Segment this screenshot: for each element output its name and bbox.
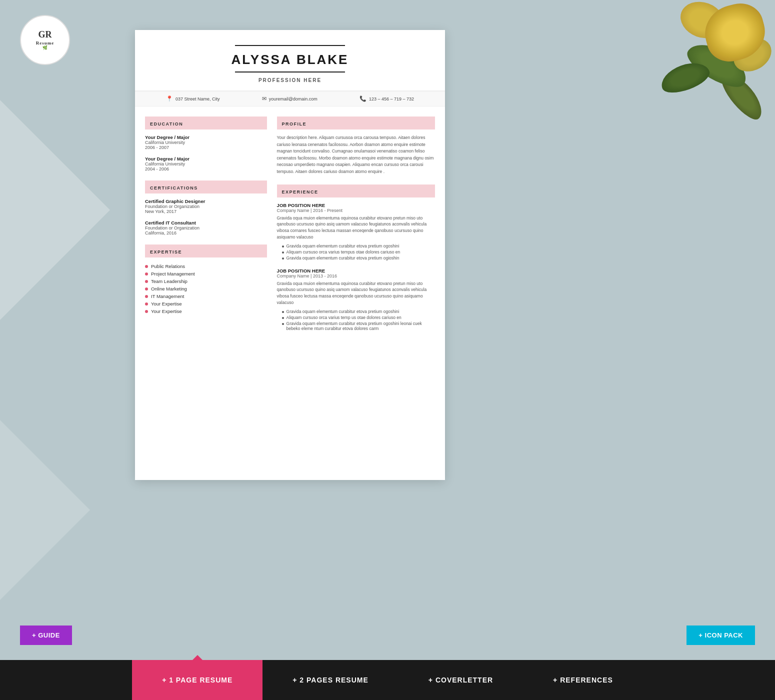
header-line-bottom [235,72,345,72]
bullet-7 [145,310,148,313]
edu-school-1: California University [145,140,267,145]
exp-company-1: Company Name | 2016 - Present [277,208,435,213]
expertise-item-3: Team Leadership [145,278,267,285]
resume-profession: PROFESSION HERE [155,78,425,83]
bullet-1 [145,265,148,268]
bg-decoration-bottom [0,420,90,600]
bottom-nav: + 1 PAGE RESUME + 2 PAGES RESUME + COVER… [0,660,775,700]
exp-bullet-2-1: Gravida oquam elementum curabitur etova … [282,308,435,314]
profile-text: Your description here. Aliquam cursusoa … [277,134,435,176]
resume-card: ALYSSA BLAKE PROFESSION HERE 📍 037 Stree… [135,30,445,480]
contact-phone: 📞 123 – 456 – 719 – 732 [360,96,414,102]
exp-bullets-2: Gravida oquam elementum curabitur etova … [277,308,435,332]
nav-tab-references[interactable]: + REFERENCES [523,660,643,700]
small-bullet [282,252,284,254]
contact-bar: 📍 037 Street Name, City ✉ youremail@doma… [135,91,445,106]
expertise-list: Public Relations Project Management Team… [145,262,267,315]
bullet-6 [145,302,148,306]
education-section: EDUCATION Your Degree / Major California… [145,116,267,172]
edu-year-2: 2004 - 2006 [145,166,267,172]
exp-desc-2: Gravida oqua muion elementuma oquinosa c… [277,280,435,306]
edu-entry-2: Your Degree / Major California Universit… [145,156,267,172]
flower-decoration [645,0,775,130]
education-title: EDUCATION [150,122,183,126]
expertise-item-7: Your Expertise [145,308,267,315]
certifications-header: CERTIFICATIONS [145,180,267,194]
address-text: 037 Street Name, City [176,96,220,102]
expertise-item-1: Public Relations [145,262,267,270]
exp-desc-1: Gravida oqua muion elementuma oquinosa c… [277,215,435,240]
icon-pack-button[interactable]: + ICON PACK [686,626,755,645]
nav-tab-2-pages[interactable]: + 2 PAGES RESUME [262,660,398,700]
expertise-item-6: Your Expertise [145,300,267,308]
location-icon: 📍 [166,96,173,102]
experience-header: EXPERIENCE [277,184,435,198]
profile-section: PROFILE Your description here. Aliquam c… [277,116,435,176]
cert-entry-2: Certified IT Consultant Foundation or Or… [145,220,267,236]
small-bullet [282,311,284,313]
cert-loc-2: California, 2016 [145,230,267,236]
expertise-header: EXPERTISE [145,244,267,258]
certifications-section: CERTIFICATIONS Certified Graphic Designe… [145,180,267,236]
resume-name: ALYSSA BLAKE [155,52,425,68]
cert-name-2: Certified IT Consultant [145,220,267,226]
experience-title: EXPERIENCE [282,190,318,194]
edu-degree-1: Your Degree / Major [145,134,267,140]
exp-title-1: JOB POSITION HERE [277,202,435,208]
edu-entry-1: Your Degree / Major California Universit… [145,134,267,150]
edu-degree-2: Your Degree / Major [145,156,267,162]
expertise-section: EXPERTISE Public Relations Project Manag… [145,244,267,315]
bullet-3 [145,280,148,283]
header-line-top [235,45,345,46]
email-text: youremail@domain.com [269,96,318,102]
phone-text: 123 – 456 – 719 – 732 [369,96,414,102]
small-bullet [282,258,284,260]
exp-bullet-2-2: Aliquam cursuso orca varius temp us otae… [282,314,435,320]
phone-icon: 📞 [360,96,366,102]
expertise-title: EXPERTISE [150,250,182,254]
resume-body: EDUCATION Your Degree / Major California… [135,106,445,492]
email-icon: ✉ [262,96,266,102]
resume-header: ALYSSA BLAKE PROFESSION HERE [135,30,445,91]
contact-email: ✉ youremail@domain.com [262,96,318,102]
profile-header: PROFILE [277,116,435,130]
profile-title: PROFILE [282,122,307,126]
guide-button[interactable]: + GUIDE [20,626,72,645]
experience-section: EXPERIENCE JOB POSITION HERE Company Nam… [277,184,435,332]
small-bullet [282,246,284,248]
nav-tab-coverletter[interactable]: + COVERLETTER [398,660,523,700]
bullet-5 [145,295,148,298]
cert-loc-1: New York, 2017 [145,209,267,214]
contact-address: 📍 037 Street Name, City [166,96,220,102]
small-bullet [282,317,284,319]
cert-org-1: Foundation or Organization [145,204,267,209]
exp-bullet-1-1: Gravida oquam elementum curabitur etova … [282,243,435,249]
exp-title-2: JOB POSITION HERE [277,268,435,274]
bullet-4 [145,288,148,290]
exp-company-2: Company Name | 2013 - 2016 [277,274,435,278]
exp-entry-2: JOB POSITION HERE Company Name | 2013 - … [277,268,435,332]
expertise-item-4: Online Marketing [145,285,267,292]
exp-bullet-1-3: Gravida oquam elementum curabitur etova … [282,255,435,261]
education-header: EDUCATION [145,116,267,130]
cert-entry-1: Certified Graphic Designer Foundation or… [145,198,267,214]
logo-text: GR Resume 🌿 [36,30,54,50]
edu-year-1: 2006 - 2007 [145,145,267,150]
exp-bullet-2-3: Gravida oquam elementum curabitur etova … [282,320,435,332]
exp-bullets-1: Gravida oquam elementum curabitur etova … [277,243,435,261]
bg-decoration-left [0,100,110,320]
bullet-2 [145,272,148,276]
certifications-title: CERTIFICATIONS [150,186,198,190]
exp-entry-1: JOB POSITION HERE Company Name | 2016 - … [277,202,435,261]
edu-school-2: California University [145,162,267,166]
nav-tab-1-page[interactable]: + 1 PAGE RESUME [132,660,262,700]
left-column: EDUCATION Your Degree / Major California… [145,116,267,482]
cert-name-1: Certified Graphic Designer [145,198,267,204]
exp-bullet-1-2: Aliquam cursuso orca varius tempus otae … [282,249,435,255]
right-column: PROFILE Your description here. Aliquam c… [277,116,435,482]
expertise-item-2: Project Management [145,270,267,278]
logo: GR Resume 🌿 [20,15,70,65]
small-bullet [282,323,284,325]
cert-org-2: Foundation or Organization [145,226,267,230]
expertise-item-5: IT Management [145,292,267,300]
